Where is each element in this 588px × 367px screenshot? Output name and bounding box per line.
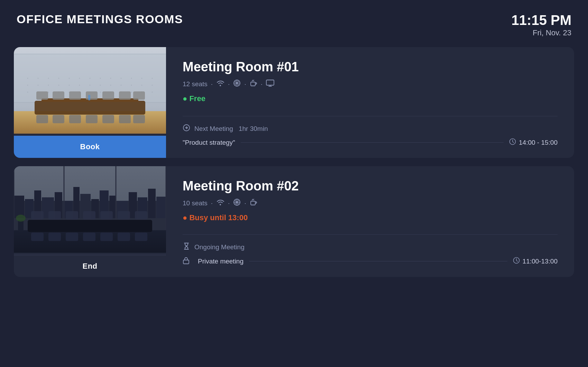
svg-rect-59 bbox=[133, 115, 145, 123]
svg-point-37 bbox=[100, 92, 101, 93]
svg-point-20 bbox=[58, 85, 59, 86]
room-info-02: Meeting Room #02 10 seats · · bbox=[166, 166, 574, 277]
svg-rect-99 bbox=[83, 211, 95, 220]
dot-2: · bbox=[228, 80, 230, 88]
svg-rect-102 bbox=[135, 211, 147, 220]
meeting-section-01: Next Meeting 1hr 30min "Product strategy… bbox=[183, 116, 558, 147]
svg-point-15 bbox=[141, 78, 143, 79]
svg-point-16 bbox=[152, 78, 153, 79]
room-card-01: Book Meeting Room #01 12 seats · · bbox=[14, 47, 574, 158]
svg-point-9 bbox=[79, 78, 80, 79]
ac-icon bbox=[233, 79, 241, 89]
room2-illustration bbox=[14, 166, 166, 253]
svg-rect-50 bbox=[102, 91, 114, 100]
room-name-02: Meeting Room #02 bbox=[183, 179, 558, 194]
svg-point-30 bbox=[27, 92, 28, 93]
svg-rect-47 bbox=[53, 91, 64, 100]
next-meeting-label-01: Next Meeting bbox=[194, 125, 233, 133]
svg-rect-51 bbox=[119, 91, 131, 100]
room-image-col-01: Book bbox=[14, 47, 166, 158]
svg-rect-100 bbox=[100, 211, 113, 220]
svg-point-40 bbox=[131, 92, 132, 93]
svg-rect-46 bbox=[36, 91, 48, 100]
svg-rect-98 bbox=[66, 211, 78, 220]
ongoing-meeting-row: Ongoing Meeting bbox=[183, 242, 558, 252]
dot-3: · bbox=[244, 80, 246, 88]
svg-rect-89 bbox=[156, 197, 166, 218]
svg-point-17 bbox=[27, 85, 28, 86]
svg-point-18 bbox=[38, 85, 39, 86]
svg-rect-101 bbox=[118, 211, 130, 220]
meeting-name-row-02: Private meeting 11:00-13:00 bbox=[183, 257, 558, 266]
room1-illustration bbox=[14, 47, 166, 134]
svg-rect-74 bbox=[14, 196, 24, 218]
svg-point-23 bbox=[90, 85, 91, 86]
clock-date: Fri, Nov. 23 bbox=[512, 28, 571, 37]
meeting-name-01: "Product strategy" bbox=[183, 139, 235, 146]
clock-block: 11:15 PM Fri, Nov. 23 bbox=[512, 12, 571, 37]
svg-point-24 bbox=[100, 85, 101, 86]
dot-6: · bbox=[228, 199, 230, 207]
screen-icon bbox=[266, 80, 274, 88]
svg-point-27 bbox=[131, 85, 132, 86]
book-button-01[interactable]: Book bbox=[14, 136, 166, 158]
svg-point-4 bbox=[27, 78, 28, 79]
clock-time: 11:15 PM bbox=[512, 12, 571, 28]
svg-rect-60 bbox=[88, 95, 90, 100]
meeting-time-02: 11:00-13:00 bbox=[513, 257, 558, 266]
coffee-icon-02 bbox=[250, 198, 257, 208]
svg-rect-108 bbox=[118, 233, 130, 241]
svg-rect-105 bbox=[66, 233, 78, 241]
svg-point-29 bbox=[152, 85, 153, 86]
svg-rect-66 bbox=[251, 82, 255, 86]
room-card-02: End Meeting Room #02 10 seats · · bbox=[14, 166, 574, 277]
rooms-container: Book Meeting Room #01 12 seats · · bbox=[0, 47, 588, 277]
svg-point-25 bbox=[110, 85, 111, 86]
wifi-icon-02 bbox=[216, 199, 224, 207]
arrow-circle-icon bbox=[183, 124, 190, 133]
svg-rect-118 bbox=[183, 260, 189, 264]
meeting-line-01 bbox=[241, 142, 504, 143]
seats-label-01: 12 seats bbox=[183, 80, 208, 88]
svg-rect-96 bbox=[31, 211, 44, 220]
svg-point-26 bbox=[121, 85, 122, 86]
room-image-col-02: End bbox=[14, 166, 166, 277]
svg-point-19 bbox=[48, 85, 49, 86]
dot-7: · bbox=[244, 199, 246, 207]
lock-icon bbox=[183, 257, 190, 266]
next-meeting-duration-01: 1hr 30min bbox=[239, 125, 268, 133]
svg-point-32 bbox=[48, 92, 49, 93]
svg-rect-44 bbox=[35, 101, 145, 115]
svg-rect-88 bbox=[148, 189, 156, 218]
svg-point-10 bbox=[90, 78, 91, 79]
svg-point-21 bbox=[69, 85, 70, 86]
svg-point-22 bbox=[79, 85, 80, 86]
svg-rect-58 bbox=[119, 115, 131, 123]
next-meeting-row: Next Meeting 1hr 30min bbox=[183, 124, 558, 133]
room-amenities-01: 12 seats · · bbox=[183, 79, 558, 89]
hourglass-icon bbox=[183, 242, 190, 252]
clock-icon-01 bbox=[509, 138, 516, 147]
room-image-01 bbox=[14, 47, 166, 136]
dot-5: · bbox=[211, 199, 213, 207]
svg-rect-52 bbox=[133, 91, 145, 100]
svg-point-5 bbox=[38, 78, 39, 79]
svg-rect-97 bbox=[48, 211, 61, 220]
svg-rect-49 bbox=[86, 91, 98, 100]
room-name-01: Meeting Room #01 bbox=[183, 60, 558, 74]
end-button-02[interactable]: End bbox=[14, 255, 166, 277]
svg-rect-56 bbox=[86, 115, 98, 123]
dot-4: · bbox=[261, 80, 263, 88]
svg-point-13 bbox=[121, 78, 122, 79]
svg-rect-55 bbox=[69, 115, 81, 123]
meeting-line-02 bbox=[249, 261, 507, 261]
svg-rect-106 bbox=[83, 233, 95, 241]
meeting-name-row-01: "Product strategy" 14:00 - 15:00 bbox=[183, 138, 558, 147]
svg-point-8 bbox=[69, 78, 70, 79]
svg-point-14 bbox=[131, 78, 132, 79]
meeting-time-01: 14:00 - 15:00 bbox=[509, 138, 558, 147]
svg-rect-104 bbox=[48, 233, 61, 241]
svg-rect-109 bbox=[135, 233, 147, 241]
room-image-02 bbox=[14, 166, 166, 255]
divider-02 bbox=[183, 234, 558, 235]
